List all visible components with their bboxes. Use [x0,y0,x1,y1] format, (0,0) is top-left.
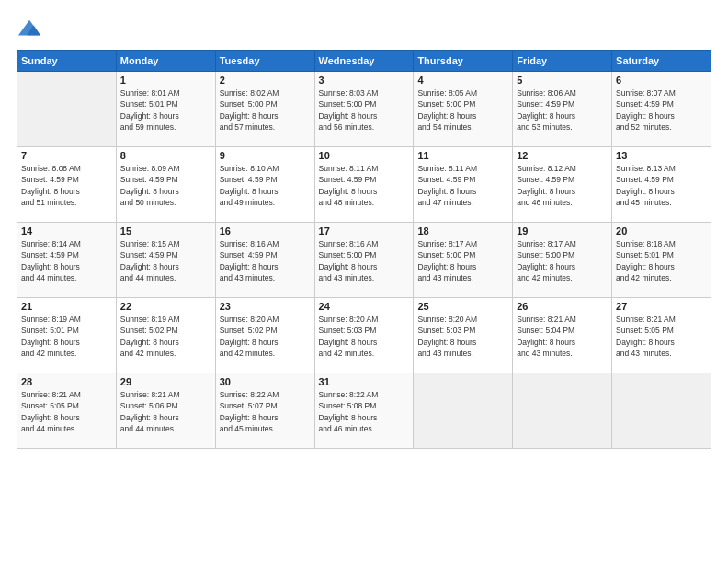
calendar-cell [612,373,711,449]
day-info: Sunrise: 8:20 AMSunset: 5:02 PMDaylight:… [220,314,311,359]
day-info: Sunrise: 8:06 AMSunset: 4:59 PMDaylight:… [517,87,608,132]
weekday-header-sunday: Sunday [17,51,117,72]
day-number: 1 [120,75,211,86]
day-number: 11 [417,150,508,161]
calendar-cell: 2 Sunrise: 8:02 AMSunset: 5:00 PMDayligh… [215,72,314,147]
week-row-3: 14 Sunrise: 8:14 AMSunset: 4:59 PMDaylig… [17,223,711,298]
weekday-header-thursday: Thursday [414,51,513,72]
calendar-cell: 9 Sunrise: 8:10 AMSunset: 4:59 PMDayligh… [215,147,314,223]
day-number: 28 [21,376,112,387]
day-number: 12 [517,150,608,161]
weekday-header-wednesday: Wednesday [314,51,414,72]
day-info: Sunrise: 8:20 AMSunset: 5:03 PMDaylight:… [417,314,508,359]
calendar-cell: 10 Sunrise: 8:11 AMSunset: 4:59 PMDaylig… [314,147,414,223]
day-number: 25 [417,301,508,312]
day-info: Sunrise: 8:21 AMSunset: 5:05 PMDaylight:… [616,314,707,359]
calendar-cell: 17 Sunrise: 8:16 AMSunset: 5:00 PMDaylig… [314,223,414,298]
day-number: 19 [517,225,608,236]
weekday-header-tuesday: Tuesday [215,51,314,72]
day-info: Sunrise: 8:07 AMSunset: 4:59 PMDaylight:… [616,87,707,132]
day-info: Sunrise: 8:19 AMSunset: 5:02 PMDaylight:… [120,314,211,359]
day-number: 16 [220,225,311,236]
calendar-cell: 7 Sunrise: 8:08 AMSunset: 4:59 PMDayligh… [17,147,117,223]
calendar-cell: 5 Sunrise: 8:06 AMSunset: 4:59 PMDayligh… [513,72,612,147]
logo-icon [17,17,42,42]
day-info: Sunrise: 8:17 AMSunset: 5:00 PMDaylight:… [417,238,508,283]
day-info: Sunrise: 8:14 AMSunset: 4:59 PMDaylight:… [21,238,112,283]
calendar-cell: 11 Sunrise: 8:11 AMSunset: 4:59 PMDaylig… [414,147,513,223]
day-number: 13 [616,150,707,161]
week-row-5: 28 Sunrise: 8:21 AMSunset: 5:05 PMDaylig… [17,373,711,449]
day-info: Sunrise: 8:10 AMSunset: 4:59 PMDaylight:… [220,163,311,208]
day-number: 7 [21,150,112,161]
day-info: Sunrise: 8:09 AMSunset: 4:59 PMDaylight:… [120,163,211,208]
calendar-cell: 21 Sunrise: 8:19 AMSunset: 5:01 PMDaylig… [17,298,117,373]
day-number: 9 [220,150,311,161]
week-row-1: 1 Sunrise: 8:01 AMSunset: 5:01 PMDayligh… [17,72,711,147]
weekday-header-friday: Friday [513,51,612,72]
weekday-header-monday: Monday [116,51,215,72]
calendar-cell: 25 Sunrise: 8:20 AMSunset: 5:03 PMDaylig… [414,298,513,373]
day-info: Sunrise: 8:19 AMSunset: 5:01 PMDaylight:… [21,314,112,359]
day-info: Sunrise: 8:18 AMSunset: 5:01 PMDaylight:… [616,238,707,283]
week-row-2: 7 Sunrise: 8:08 AMSunset: 4:59 PMDayligh… [17,147,711,223]
calendar-cell: 4 Sunrise: 8:05 AMSunset: 5:00 PMDayligh… [414,72,513,147]
day-number: 29 [120,376,211,387]
day-info: Sunrise: 8:08 AMSunset: 4:59 PMDaylight:… [21,163,112,208]
calendar-cell: 30 Sunrise: 8:22 AMSunset: 5:07 PMDaylig… [215,373,314,449]
day-number: 20 [616,225,707,236]
day-info: Sunrise: 8:21 AMSunset: 5:05 PMDaylight:… [21,389,112,434]
day-info: Sunrise: 8:12 AMSunset: 4:59 PMDaylight:… [517,163,608,208]
logo [17,17,46,42]
day-number: 8 [120,150,211,161]
calendar-cell: 18 Sunrise: 8:17 AMSunset: 5:00 PMDaylig… [414,223,513,298]
day-info: Sunrise: 8:21 AMSunset: 5:04 PMDaylight:… [517,314,608,359]
day-info: Sunrise: 8:22 AMSunset: 5:08 PMDaylight:… [319,389,410,434]
day-info: Sunrise: 8:17 AMSunset: 5:00 PMDaylight:… [517,238,608,283]
day-info: Sunrise: 8:22 AMSunset: 5:07 PMDaylight:… [220,389,311,434]
day-number: 31 [319,376,410,387]
day-number: 10 [319,150,410,161]
calendar-cell: 13 Sunrise: 8:13 AMSunset: 4:59 PMDaylig… [612,147,711,223]
calendar-cell: 16 Sunrise: 8:16 AMSunset: 4:59 PMDaylig… [215,223,314,298]
calendar-cell: 1 Sunrise: 8:01 AMSunset: 5:01 PMDayligh… [116,72,215,147]
day-number: 2 [220,75,311,86]
day-info: Sunrise: 8:01 AMSunset: 5:01 PMDaylight:… [120,87,211,132]
day-number: 17 [319,225,410,236]
day-number: 14 [21,225,112,236]
day-number: 27 [616,301,707,312]
calendar-cell: 28 Sunrise: 8:21 AMSunset: 5:05 PMDaylig… [17,373,117,449]
day-info: Sunrise: 8:05 AMSunset: 5:00 PMDaylight:… [417,87,508,132]
weekday-header-row: SundayMondayTuesdayWednesdayThursdayFrid… [17,51,711,72]
calendar-cell: 20 Sunrise: 8:18 AMSunset: 5:01 PMDaylig… [612,223,711,298]
calendar-cell: 12 Sunrise: 8:12 AMSunset: 4:59 PMDaylig… [513,147,612,223]
calendar-cell: 22 Sunrise: 8:19 AMSunset: 5:02 PMDaylig… [116,298,215,373]
calendar-cell: 29 Sunrise: 8:21 AMSunset: 5:06 PMDaylig… [116,373,215,449]
calendar-cell: 15 Sunrise: 8:15 AMSunset: 4:59 PMDaylig… [116,223,215,298]
day-info: Sunrise: 8:11 AMSunset: 4:59 PMDaylight:… [319,163,410,208]
calendar-cell: 31 Sunrise: 8:22 AMSunset: 5:08 PMDaylig… [314,373,414,449]
page: SundayMondayTuesdayWednesdayThursdayFrid… [0,0,728,563]
calendar-cell: 8 Sunrise: 8:09 AMSunset: 4:59 PMDayligh… [116,147,215,223]
calendar-cell: 19 Sunrise: 8:17 AMSunset: 5:00 PMDaylig… [513,223,612,298]
day-info: Sunrise: 8:13 AMSunset: 4:59 PMDaylight:… [616,163,707,208]
day-info: Sunrise: 8:11 AMSunset: 4:59 PMDaylight:… [417,163,508,208]
calendar-table: SundayMondayTuesdayWednesdayThursdayFrid… [17,50,711,449]
weekday-header-saturday: Saturday [612,51,711,72]
week-row-4: 21 Sunrise: 8:19 AMSunset: 5:01 PMDaylig… [17,298,711,373]
day-info: Sunrise: 8:16 AMSunset: 5:00 PMDaylight:… [319,238,410,283]
calendar-cell [513,373,612,449]
day-info: Sunrise: 8:15 AMSunset: 4:59 PMDaylight:… [120,238,211,283]
day-number: 24 [319,301,410,312]
calendar-cell: 24 Sunrise: 8:20 AMSunset: 5:03 PMDaylig… [314,298,414,373]
day-info: Sunrise: 8:20 AMSunset: 5:03 PMDaylight:… [319,314,410,359]
header [17,17,711,42]
day-number: 21 [21,301,112,312]
calendar-cell: 3 Sunrise: 8:03 AMSunset: 5:00 PMDayligh… [314,72,414,147]
day-info: Sunrise: 8:16 AMSunset: 4:59 PMDaylight:… [220,238,311,283]
day-number: 26 [517,301,608,312]
day-number: 3 [319,75,410,86]
calendar-cell: 27 Sunrise: 8:21 AMSunset: 5:05 PMDaylig… [612,298,711,373]
day-info: Sunrise: 8:02 AMSunset: 5:00 PMDaylight:… [220,87,311,132]
calendar-cell: 14 Sunrise: 8:14 AMSunset: 4:59 PMDaylig… [17,223,117,298]
